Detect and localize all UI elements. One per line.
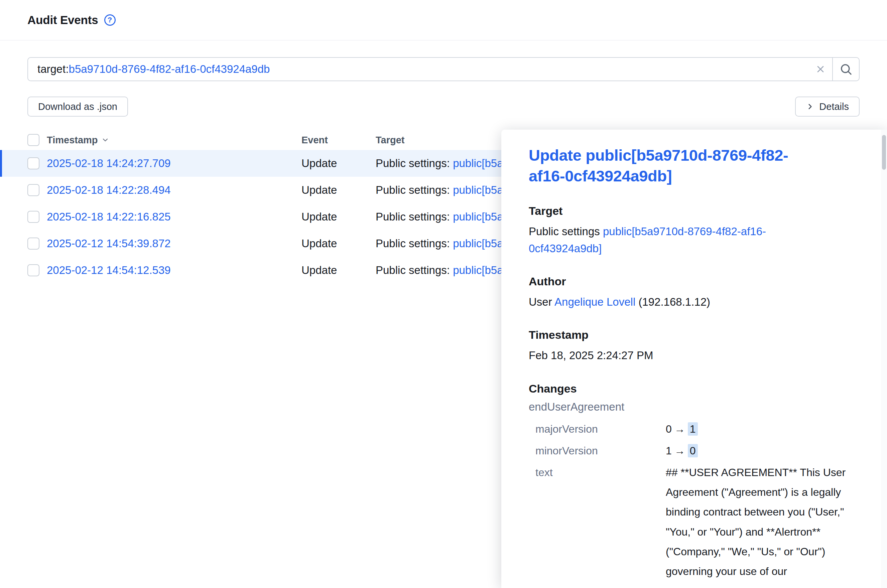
change-item: minorVersion 1→0: [529, 441, 873, 461]
help-icon[interactable]: ?: [104, 14, 116, 26]
change-value: 1→0: [666, 441, 866, 461]
timestamp-link[interactable]: 2025-02-12 14:54:12.539: [47, 264, 171, 276]
panel-author-prefix: User: [529, 296, 554, 308]
select-all-checkbox[interactable]: [27, 134, 39, 146]
search-filter-value: b5a9710d-8769-4f82-af16-0cf43924a9db: [69, 63, 270, 75]
target-prefix: Public settings:: [376, 237, 453, 250]
target-prefix: Public settings:: [376, 210, 453, 223]
panel-target-value: Public settings public[b5a9710d-8769-4f8…: [529, 223, 830, 257]
changes-group-label: endUserAgreement: [529, 400, 873, 413]
toolbar: Download as .json Details: [27, 96, 860, 117]
arrow-right-icon: →: [674, 445, 685, 457]
changes-heading: Changes: [529, 382, 873, 395]
event-cell: Update: [302, 210, 376, 223]
row-checkbox[interactable]: [27, 211, 39, 223]
target-prefix: Public settings:: [376, 264, 453, 276]
change-value: 0→1: [666, 419, 866, 439]
change-to: 1: [688, 422, 698, 436]
column-header-event[interactable]: Event: [302, 135, 376, 146]
column-header-timestamp[interactable]: Timestamp: [39, 135, 302, 146]
event-cell: Update: [302, 157, 376, 170]
close-icon: [815, 64, 826, 75]
download-json-button[interactable]: Download as .json: [27, 96, 128, 117]
event-cell: Update: [302, 184, 376, 196]
filters-section: target:b5a9710d-8769-4f82-af16-0cf43924a…: [0, 57, 887, 117]
panel-scrollbar-track: [881, 130, 887, 588]
sort-chevron-down-icon: [101, 136, 109, 144]
change-from: 0: [666, 423, 672, 435]
event-cell: Update: [302, 264, 376, 277]
timestamp-link[interactable]: 2025-02-18 14:24:27.709: [47, 157, 171, 170]
panel-author-value: User Angelique Lovell (192.168.1.12): [529, 293, 830, 310]
search-icon: [839, 63, 852, 76]
chevron-right-icon: [806, 102, 815, 111]
target-heading: Target: [529, 204, 873, 218]
row-checkbox[interactable]: [27, 158, 39, 170]
change-value: ## **USER AGREEMENT** This User Agreemen…: [666, 463, 866, 581]
search-filter-key: target:: [38, 63, 69, 75]
row-checkbox[interactable]: [27, 184, 39, 196]
panel-timestamp-value: Feb 18, 2025 2:24:27 PM: [529, 347, 830, 364]
change-from: 1: [666, 445, 672, 457]
row-checkbox[interactable]: [27, 264, 39, 276]
panel-target-prefix: Public settings: [529, 225, 603, 237]
search-button[interactable]: [833, 58, 859, 81]
timestamp-link[interactable]: 2025-02-18 14:22:16.825: [47, 210, 171, 223]
panel-scrollbar-thumb[interactable]: [882, 135, 886, 170]
download-json-label: Download as .json: [38, 101, 117, 112]
details-button[interactable]: Details: [795, 96, 860, 117]
panel-author-ip: (192.168.1.12): [635, 296, 710, 308]
timestamp-link[interactable]: 2025-02-18 14:22:28.494: [47, 184, 171, 196]
event-cell: Update: [302, 237, 376, 250]
timestamp-link[interactable]: 2025-02-12 14:54:39.872: [47, 237, 171, 250]
change-item: majorVersion 0→1: [529, 419, 873, 439]
target-prefix: Public settings:: [376, 157, 453, 170]
arrow-right-icon: →: [674, 423, 685, 435]
change-to: 0: [688, 444, 698, 458]
change-item: text ## **USER AGREEMENT** This User Agr…: [529, 463, 873, 581]
change-key: majorVersion: [536, 419, 666, 439]
timestamp-header-label: Timestamp: [47, 135, 98, 146]
change-key: text: [536, 463, 666, 581]
timestamp-heading: Timestamp: [529, 328, 873, 342]
page-header: Audit Events ?: [0, 0, 887, 40]
change-key: minorVersion: [536, 441, 666, 461]
search-input[interactable]: target:b5a9710d-8769-4f82-af16-0cf43924a…: [28, 58, 809, 81]
panel-title: Update public[b5a9710d-8769-4f82-af16-0c…: [529, 145, 816, 186]
row-checkbox[interactable]: [27, 237, 39, 250]
page-title: Audit Events: [27, 14, 98, 27]
panel-author-link[interactable]: Angelique Lovell: [554, 296, 635, 308]
clear-search-button[interactable]: [809, 58, 832, 81]
target-prefix: Public settings:: [376, 184, 453, 196]
details-panel: Update public[b5a9710d-8769-4f82-af16-0c…: [501, 130, 887, 588]
details-label: Details: [819, 101, 849, 112]
search-bar: target:b5a9710d-8769-4f82-af16-0cf43924a…: [27, 57, 860, 81]
author-heading: Author: [529, 275, 873, 288]
audit-events-page: Audit Events ? target:b5a9710d-8769-4f82…: [0, 0, 887, 588]
